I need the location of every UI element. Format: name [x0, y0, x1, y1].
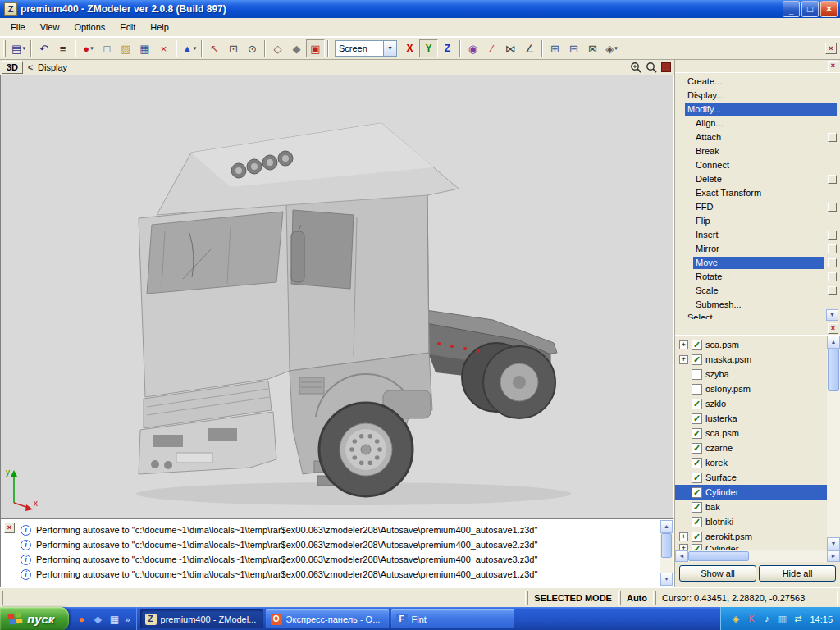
object-item-czarne[interactable]: ✓czarne [675, 441, 827, 455]
commands-panel-close-button[interactable]: × [828, 61, 838, 71]
command-item-delete[interactable]: Delete [675, 172, 840, 186]
object-item-cylinder[interactable]: ✓Cylinder [675, 485, 827, 500]
quicklaunch-mail-icon[interactable]: ◆ [91, 613, 104, 626]
object-checkbox[interactable]: ✓ [692, 340, 702, 350]
screen-select[interactable]: Screen▾ [335, 40, 397, 57]
viewport-3d[interactable]: y x [0, 75, 674, 518]
command-item-rotate[interactable]: Rotate [675, 270, 840, 284]
expand-plus-icon[interactable]: + [679, 544, 688, 550]
objects-scroll-thumb[interactable] [828, 349, 839, 391]
command-item-move[interactable]: Move [675, 256, 840, 270]
commands-scroll-down-button[interactable]: ▼ [826, 309, 838, 321]
tray-update-icon[interactable]: ◈ [729, 613, 742, 625]
viewport-maximize-button[interactable] [661, 62, 671, 72]
axis-z-button[interactable]: Z [438, 39, 457, 57]
command-item-attach[interactable]: Attach [675, 130, 840, 144]
log-scroll-thumb[interactable] [661, 533, 672, 558]
log-close-button[interactable]: × [4, 523, 15, 533]
settings-button[interactable]: ◈▾ [602, 39, 621, 57]
command-item-connect[interactable]: Connect [675, 158, 840, 172]
menu-item-file[interactable]: File [3, 19, 33, 35]
menu-item-options[interactable]: Options [66, 19, 112, 35]
menu-item-view[interactable]: View [33, 19, 67, 35]
objects-scroll-right-button[interactable]: ► [827, 550, 840, 562]
log-scroll-track[interactable] [660, 533, 673, 573]
command-option-box[interactable] [828, 231, 837, 240]
command-option-box[interactable] [828, 258, 837, 267]
log-scroll-down-button[interactable]: ▼ [660, 573, 673, 586]
minimize-button[interactable]: _ [783, 1, 800, 17]
create-tool-button[interactable]: ▲▾ [180, 39, 199, 57]
message-log-button[interactable]: ≡ [53, 39, 72, 57]
command-option-box[interactable] [828, 244, 837, 253]
expand-plus-icon[interactable]: + [679, 532, 688, 541]
objects-panel-close-button[interactable]: × [828, 323, 838, 334]
toolbar-close-button[interactable]: × [825, 43, 837, 54]
object-checkbox[interactable]: ✓ [692, 399, 702, 409]
command-item-submesh[interactable]: Submesh... [675, 298, 840, 312]
axis-x-button[interactable]: X [400, 39, 419, 57]
snap-grid-button[interactable]: ⊞ [546, 39, 564, 57]
object-checkbox[interactable]: ✓ [692, 502, 702, 513]
log-scroll-up-button[interactable]: ▲ [660, 520, 673, 533]
weld-button[interactable]: ⋈ [501, 39, 520, 57]
object-item-szklo[interactable]: ✓szklo [675, 396, 827, 411]
select-arrow-button[interactable]: ↖ [205, 39, 224, 57]
object-checkbox[interactable]: ✓ [692, 517, 702, 527]
task-button-1[interactable]: Zpremium400 - ZModel... [140, 609, 263, 628]
command-option-box[interactable] [828, 175, 837, 184]
objects-hscroll-thumb[interactable] [688, 551, 749, 561]
select-circle-button[interactable]: ⊙ [243, 39, 262, 57]
object-checkbox[interactable]: ✓ [692, 443, 702, 454]
command-item-exact-transform[interactable]: Exact Transform [675, 186, 840, 200]
tray-network-icon[interactable]: ▥ [776, 613, 788, 625]
expand-plus-icon[interactable]: + [679, 355, 688, 364]
command-item-break[interactable]: Break [675, 144, 840, 158]
tray-antivirus-icon[interactable]: K [745, 613, 757, 625]
start-button[interactable]: пуск [0, 607, 69, 630]
object-item-sca-psm[interactable]: ✓sca.psm [675, 426, 827, 441]
dropdown-arrow-icon[interactable]: ▾ [383, 41, 396, 56]
object-checkbox[interactable]: ✓ [692, 354, 702, 365]
import-paste-button[interactable]: ▤▾ [9, 39, 28, 57]
command-option-box[interactable] [828, 133, 837, 142]
quicklaunch-show-desktop-icon[interactable]: ▦ [107, 613, 121, 626]
tray-safely-remove-icon[interactable]: ⇄ [792, 613, 804, 625]
command-option-box[interactable] [828, 286, 837, 295]
show-all-button[interactable]: Show all [679, 565, 756, 582]
command-option-box[interactable] [828, 203, 837, 212]
object-item-surface[interactable]: ✓Surface [675, 470, 827, 485]
object-item-cylinder[interactable]: +✓Cylinder [675, 544, 827, 550]
object-item-aerokit-psm[interactable]: +✓aerokit.psm [675, 529, 827, 544]
object-checkbox[interactable]: ✓ [692, 428, 702, 439]
view-mode-button[interactable]: 3D [2, 61, 23, 74]
object-item-korek[interactable]: ✓korek [675, 455, 827, 470]
command-item-modify[interactable]: Modify... [675, 103, 840, 116]
command-item-select[interactable]: Select [675, 312, 840, 319]
object-checkbox[interactable]: ✓ [692, 532, 702, 542]
axis-y-button[interactable]: Y [419, 39, 438, 57]
tray-volume-icon[interactable]: ♪ [760, 613, 773, 625]
local-axes-toggle-button[interactable]: ▣ [306, 39, 325, 57]
lock-button[interactable]: ⊠ [583, 39, 602, 57]
object-checkbox[interactable]: ✓ [692, 458, 702, 468]
object-item-lusterka[interactable]: ✓lusterka [675, 411, 827, 426]
zoom-tool-icon[interactable] [646, 62, 658, 74]
object-item-sca-psm[interactable]: +✓sca.psm [675, 337, 827, 352]
object-checkbox[interactable]: ✓ [692, 472, 702, 483]
command-item-insert[interactable]: Insert [675, 228, 840, 242]
cut-button[interactable]: ∕ [482, 39, 501, 57]
objects-scroll-up-button[interactable]: ▲ [827, 336, 840, 349]
quick-launch-overflow-chevron[interactable]: » [124, 614, 130, 624]
view-back-button[interactable]: < [25, 62, 35, 72]
maximize-button[interactable]: □ [801, 1, 819, 17]
paint-button[interactable]: ◉ [463, 39, 482, 57]
undo-button[interactable]: ↶ [34, 39, 53, 57]
snap-vertex-button[interactable]: ⊟ [564, 39, 583, 57]
objects-horizontal-scrollbar[interactable]: ◄ ► [675, 550, 840, 562]
object-checkbox[interactable]: ✓ [692, 487, 702, 498]
object-item-maska-psm[interactable]: +✓maska.psm [675, 352, 827, 367]
object-item-bak[interactable]: ✓bak [675, 500, 827, 514]
solid-view-button[interactable]: ◆ [287, 39, 306, 57]
quicklaunch-browser-icon[interactable]: ● [75, 613, 88, 626]
